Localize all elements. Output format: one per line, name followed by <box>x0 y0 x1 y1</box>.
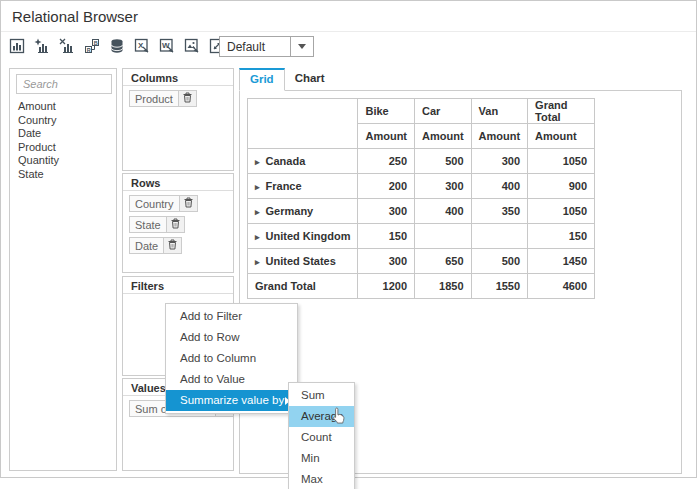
table-row: ▸United Kingdom 150 150 <box>248 224 595 249</box>
remove-chip-button[interactable] <box>179 196 197 211</box>
columns-panel: Columns Product <box>122 68 234 171</box>
rename-report-icon: RB <box>84 38 100 54</box>
menu-item-add-to-value[interactable]: Add to Value <box>166 369 297 390</box>
trash-icon <box>183 92 192 105</box>
pivot-grid: Bike Car Van Grand Total Amount Amount A… <box>247 98 595 299</box>
measure-header: Amount <box>358 124 415 149</box>
expand-icon[interactable]: ▸ <box>255 182 260 192</box>
field-item-amount[interactable]: Amount <box>10 100 116 114</box>
value-cell: 1850 <box>415 274 472 299</box>
rename-report-button[interactable]: RB <box>82 36 102 56</box>
submenu-item-min[interactable]: Min <box>289 448 354 469</box>
field-item-state[interactable]: State <box>10 168 116 182</box>
field-list-panel: Amount Country Date Product Quantity Sta… <box>9 68 117 471</box>
remove-chip-button[interactable] <box>163 238 181 253</box>
chip-date[interactable]: Date <box>129 237 182 254</box>
table-row: Bike Car Van Grand Total <box>248 99 595 124</box>
remove-report-button[interactable] <box>57 36 77 56</box>
table-row: ▸Germany 300 400 350 1050 <box>248 199 595 224</box>
chip-state[interactable]: State <box>129 216 185 233</box>
field-item-country[interactable]: Country <box>10 114 116 128</box>
table-row: ▸France 200 300 400 900 <box>248 174 595 199</box>
value-cell: 400 <box>415 199 472 224</box>
page-title: Relational Browser <box>12 8 138 25</box>
submenu-item-max[interactable]: Max <box>289 469 354 489</box>
value-cell: 300 <box>415 174 472 199</box>
word-export-button[interactable]: W <box>157 36 177 56</box>
columns-panel-title: Columns <box>123 69 233 86</box>
toolbar: RB X W <box>7 36 232 56</box>
value-cell: 4600 <box>528 274 595 299</box>
field-item-date[interactable]: Date <box>10 127 116 141</box>
view-tabs: Grid Chart <box>239 68 682 91</box>
expand-icon[interactable]: ▸ <box>255 232 260 242</box>
row-header-united-kingdom: ▸United Kingdom <box>248 224 358 249</box>
excel-export-button[interactable]: X <box>132 36 152 56</box>
remove-report-icon <box>59 38 75 54</box>
value-cell: 400 <box>471 174 528 199</box>
rows-panel-title: Rows <box>123 174 233 191</box>
filters-panel-title: Filters <box>123 277 233 294</box>
report-select-dropdown-button[interactable] <box>290 37 313 56</box>
chart-report-button[interactable] <box>7 36 27 56</box>
add-report-icon <box>34 38 50 54</box>
search-input[interactable] <box>16 74 112 94</box>
value-cell: 500 <box>471 249 528 274</box>
value-cell: 1050 <box>528 149 595 174</box>
value-cell: 650 <box>415 249 472 274</box>
value-cell: 300 <box>358 199 415 224</box>
value-cell: 1200 <box>358 274 415 299</box>
expand-icon[interactable]: ▸ <box>255 207 260 217</box>
row-header-canada: ▸Canada <box>248 149 358 174</box>
menu-item-add-to-row[interactable]: Add to Row <box>166 327 297 348</box>
menu-item-add-to-filter[interactable]: Add to Filter <box>166 306 297 327</box>
value-cell: 1550 <box>471 274 528 299</box>
report-select-value: Default <box>220 37 290 56</box>
menu-item-add-to-column[interactable]: Add to Column <box>166 348 297 369</box>
row-header-germany: ▸Germany <box>248 199 358 224</box>
chart-report-icon <box>9 38 25 54</box>
excel-export-icon: X <box>134 38 150 54</box>
data-source-icon <box>109 38 125 54</box>
value-cell: 350 <box>471 199 528 224</box>
field-item-product[interactable]: Product <box>10 141 116 155</box>
field-item-quantity[interactable]: Quantity <box>10 154 116 168</box>
measure-header: Amount <box>415 124 472 149</box>
remove-chip-button[interactable] <box>166 217 184 232</box>
column-header: Grand Total <box>528 99 595 124</box>
chip-country[interactable]: Country <box>129 195 198 212</box>
tab-chart[interactable]: Chart <box>285 68 335 90</box>
expand-icon[interactable]: ▸ <box>255 157 260 167</box>
trash-icon <box>184 197 193 210</box>
submenu-item-count[interactable]: Count <box>289 427 354 448</box>
expand-icon[interactable]: ▸ <box>255 257 260 267</box>
value-cell: 900 <box>528 174 595 199</box>
value-cell: 1450 <box>528 249 595 274</box>
row-header-france: ▸France <box>248 174 358 199</box>
svg-text:R: R <box>87 47 91 53</box>
data-source-button[interactable] <box>107 36 127 56</box>
tab-grid[interactable]: Grid <box>239 68 285 91</box>
chip-product[interactable]: Product <box>129 90 197 107</box>
report-select[interactable]: Default <box>219 36 314 57</box>
column-header: Car <box>415 99 472 124</box>
field-context-menu: Add to Filter Add to Row Add to Column A… <box>165 303 298 414</box>
value-cell: 500 <box>415 149 472 174</box>
value-cell <box>415 224 472 249</box>
value-cell: 150 <box>358 224 415 249</box>
summarize-submenu: Sum Average Count Min Max <box>288 382 355 489</box>
table-row: ▸United States 300 650 500 1450 <box>248 249 595 274</box>
menu-item-summarize-value-by[interactable]: Summarize value by <box>166 390 297 411</box>
remove-chip-button[interactable] <box>178 91 196 106</box>
value-cell <box>471 224 528 249</box>
table-row: ▸Canada 250 500 300 1050 <box>248 149 595 174</box>
submenu-item-sum[interactable]: Sum <box>289 385 354 406</box>
svg-text:X: X <box>138 41 144 50</box>
value-cell: 1050 <box>528 199 595 224</box>
chevron-down-icon <box>298 44 306 49</box>
value-cell: 200 <box>358 174 415 199</box>
add-report-button[interactable] <box>32 36 52 56</box>
svg-text:B: B <box>94 40 98 46</box>
value-cell: 300 <box>358 249 415 274</box>
pdf-export-button[interactable] <box>182 36 202 56</box>
